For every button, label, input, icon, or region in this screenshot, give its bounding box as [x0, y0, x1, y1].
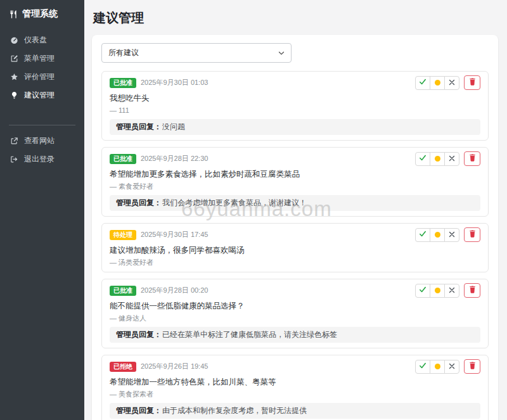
star-icon	[10, 73, 18, 81]
x-icon	[449, 230, 455, 239]
check-icon	[419, 362, 427, 371]
sidebar-item-label: 退出登录	[24, 154, 55, 165]
card-header: 已批准 2025年9月28日 00:20	[110, 283, 480, 298]
suggestion-card: 已批准 2025年9月30日 01:03 我想吃牛头 — 111 管理员回复	[101, 71, 489, 141]
approve-button[interactable]	[415, 76, 430, 90]
pending-button[interactable]	[430, 152, 445, 166]
reply-text: 已经在菜单中标注了健康低脂菜品，请关注绿色标签	[162, 330, 337, 339]
dot-icon	[435, 288, 440, 293]
card-actions	[415, 227, 480, 242]
suggestion-card: 已批准 2025年9月28日 00:20 能不能提供一些低脂健康的菜品选择？ —…	[101, 279, 489, 348]
status-button-group	[415, 284, 459, 298]
reply-label: 管理员回复：	[116, 330, 162, 339]
card-meta: 已批准 2025年9月28日 00:20	[110, 286, 208, 296]
sidebar-item-logout[interactable]: 退出登录	[0, 150, 84, 169]
sidebar-item-label: 查看网站	[24, 136, 55, 146]
trash-icon	[469, 154, 476, 163]
status-button-group	[415, 228, 459, 242]
sidebar-item-view-site[interactable]: 查看网站	[0, 132, 84, 150]
status-badge: 已批准	[110, 154, 136, 164]
sidebar-item-reviews[interactable]: 评价管理	[0, 68, 84, 86]
suggestion-filter-select[interactable]: 所有建议	[101, 43, 292, 63]
suggestion-date: 2025年9月28日 00:20	[141, 286, 208, 295]
suggestion-content: 希望能增加更多素食选择，比如素炒时蔬和豆腐类菜品	[110, 170, 480, 179]
admin-reply: 管理员回复：已经在菜单中标注了健康低脂菜品，请关注绿色标签	[110, 327, 480, 343]
suggestion-content: 建议增加酸辣汤，很多同学都喜欢喝汤	[110, 246, 480, 255]
dot-icon	[435, 232, 440, 238]
reject-button[interactable]	[444, 228, 459, 242]
suggestion-card: 已批准 2025年9月28日 22:30 希望能增加更多素食选择，比如素炒时蔬和…	[101, 147, 489, 217]
reply-text: 我们会考虑增加更多素食菜品，谢谢建议！	[162, 198, 307, 207]
reject-button[interactable]	[444, 284, 459, 298]
card-meta: 待处理 2025年9月30日 17:45	[110, 230, 208, 240]
pending-button[interactable]	[430, 360, 445, 374]
status-badge: 待处理	[110, 230, 136, 240]
logout-icon	[10, 155, 18, 163]
card-actions	[415, 151, 480, 166]
approve-button[interactable]	[415, 152, 430, 166]
dot-icon	[435, 364, 440, 369]
suggestion-author: — 汤类爱好者	[110, 258, 480, 267]
pending-button[interactable]	[430, 76, 445, 90]
sidebar-item-menu[interactable]: 菜单管理	[0, 49, 84, 68]
delete-button[interactable]	[464, 75, 480, 90]
sidebar-item-label: 评价管理	[24, 72, 55, 82]
trash-icon	[469, 362, 476, 371]
admin-reply: 管理员回复：由于成本和制作复杂度考虑，暂时无法提供	[110, 403, 480, 419]
delete-button[interactable]	[464, 283, 480, 298]
approve-button[interactable]	[415, 284, 430, 298]
status-badge: 已批准	[110, 78, 136, 88]
approve-button[interactable]	[415, 360, 430, 374]
card-meta: 已拒绝 2025年9月26日 19:45	[110, 362, 208, 372]
chevron-down-icon	[278, 51, 285, 56]
reject-button[interactable]	[444, 360, 459, 374]
pending-button[interactable]	[430, 284, 445, 298]
delete-button[interactable]	[464, 359, 480, 374]
suggestion-date: 2025年9月30日 17:45	[141, 230, 208, 239]
card-actions	[415, 359, 480, 374]
check-icon	[419, 286, 427, 295]
approve-button[interactable]	[415, 228, 430, 242]
admin-reply: 管理员回复：我们会考虑增加更多素食菜品，谢谢建议！	[110, 195, 480, 211]
suggestion-content: 能不能提供一些低脂健康的菜品选择？	[110, 302, 480, 311]
sidebar-item-dashboard[interactable]: 仪表盘	[0, 31, 84, 49]
app-title: 管理系统	[22, 8, 58, 20]
status-button-group	[415, 152, 459, 166]
suggestion-date: 2025年9月28日 22:30	[141, 154, 208, 163]
sidebar-item-label: 仪表盘	[24, 35, 47, 46]
suggestion-author: — 111	[110, 106, 480, 115]
check-icon	[419, 154, 427, 163]
brand: 管理系统	[0, 0, 84, 26]
x-icon	[449, 78, 455, 87]
suggestion-content: 我想吃牛头	[110, 94, 480, 103]
card-actions	[415, 283, 480, 298]
lightbulb-icon	[10, 91, 18, 99]
sidebar-divider	[9, 125, 75, 125]
reject-button[interactable]	[444, 152, 459, 166]
utensils-icon	[9, 10, 18, 19]
sidebar: 管理系统 仪表盘 菜单管理 评价管理	[0, 0, 84, 420]
reject-button[interactable]	[444, 76, 459, 90]
dashboard-icon	[10, 36, 18, 44]
suggestion-card: 已拒绝 2025年9月26日 19:45 希望能增加一些地方特色菜，比如川菜、粤…	[101, 355, 489, 420]
sidebar-item-suggestions[interactable]: 建议管理	[0, 86, 84, 105]
app-root: 管理系统 仪表盘 菜单管理 评价管理	[0, 0, 507, 420]
suggestion-date: 2025年9月26日 19:45	[141, 362, 208, 371]
delete-button[interactable]	[464, 151, 480, 166]
card-meta: 已批准 2025年9月30日 01:03	[110, 78, 208, 88]
card-header: 已批准 2025年9月28日 22:30	[110, 151, 480, 166]
suggestion-content: 希望能增加一些地方特色菜，比如川菜、粤菜等	[110, 378, 480, 387]
trash-icon	[469, 286, 476, 295]
reply-label: 管理员回复：	[116, 198, 162, 207]
x-icon	[449, 286, 455, 295]
card-header: 待处理 2025年9月30日 17:45	[110, 227, 480, 242]
pending-button[interactable]	[430, 228, 445, 242]
status-button-group	[415, 360, 459, 374]
filter-selected-value: 所有建议	[108, 48, 139, 58]
delete-button[interactable]	[464, 227, 480, 242]
sidebar-item-label: 菜单管理	[24, 53, 55, 64]
dot-icon	[435, 80, 440, 86]
check-icon	[419, 230, 427, 239]
trash-icon	[469, 230, 476, 239]
suggestions-panel: 所有建议 已批准 2025年9月30日 01:03	[92, 35, 498, 420]
